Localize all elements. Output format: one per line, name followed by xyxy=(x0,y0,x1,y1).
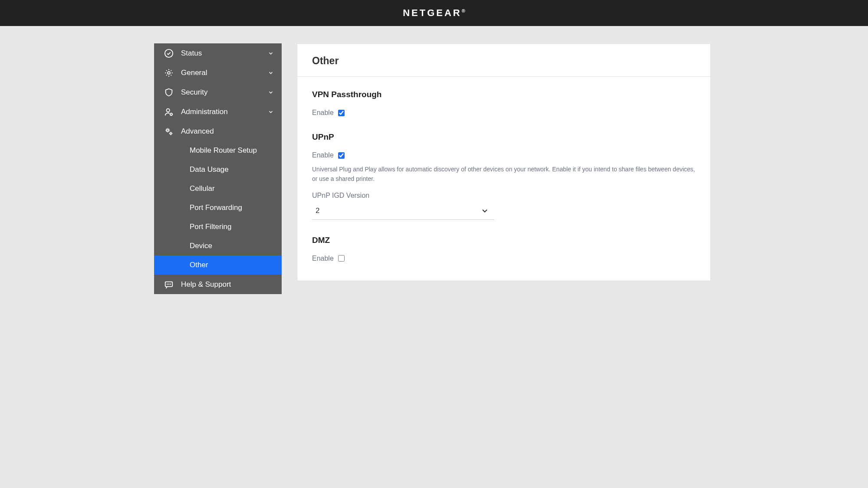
page-header: Other xyxy=(297,44,710,77)
sidebar-item-label: Help & Support xyxy=(181,280,274,289)
sidebar-item-security[interactable]: Security xyxy=(154,82,282,102)
field-label: Enable xyxy=(312,109,334,117)
chevron-down-icon xyxy=(268,89,274,95)
svg-point-9 xyxy=(170,284,171,284)
sidebar-sub-other[interactable]: Other xyxy=(154,255,282,275)
chevron-down-icon xyxy=(268,109,274,115)
sidebar-item-status[interactable]: Status xyxy=(154,43,282,63)
chat-icon xyxy=(164,280,174,289)
upnp-enable-row: Enable xyxy=(312,151,696,159)
chevron-down-icon xyxy=(480,206,489,215)
chevron-down-icon xyxy=(268,70,274,76)
main-panel: Other VPN Passthrough Enable UPnP Enable… xyxy=(297,43,711,281)
upnp-version-label: UPnP IGD Version xyxy=(312,192,696,200)
svg-point-7 xyxy=(167,284,168,284)
field-label: Enable xyxy=(312,151,334,159)
sidebar-sub-cellular[interactable]: Cellular xyxy=(154,179,282,198)
sidebar-sub-label: Port Forwarding xyxy=(190,203,242,212)
sidebar-item-administration[interactable]: Administration xyxy=(154,102,282,121)
sidebar-sub-label: Device xyxy=(190,242,212,250)
svg-point-4 xyxy=(167,129,169,131)
sidebar-item-help-support[interactable]: Help & Support xyxy=(154,275,282,294)
upnp-description: Universal Plug and Play allows for autom… xyxy=(312,164,696,184)
gears-icon xyxy=(164,127,174,136)
brand-logo: NETGEAR® xyxy=(403,7,465,19)
section-heading: VPN Passthrough xyxy=(312,90,696,99)
header-bar: NETGEAR® xyxy=(0,0,868,26)
sidebar-sub-label: Port Filtering xyxy=(190,223,231,231)
dmz-enable-row: Enable xyxy=(312,255,696,262)
svg-point-5 xyxy=(170,132,172,134)
vpn-enable-row: Enable xyxy=(312,109,696,117)
dmz-enable-checkbox[interactable] xyxy=(338,255,345,262)
sidebar-item-label: Advanced xyxy=(181,127,274,136)
sidebar-item-general[interactable]: General xyxy=(154,63,282,82)
svg-point-0 xyxy=(165,49,173,57)
sidebar-sub-label: Other xyxy=(190,261,208,269)
sidebar-item-advanced[interactable]: Advanced xyxy=(154,121,282,141)
sidebar-sub-port-forwarding[interactable]: Port Forwarding xyxy=(154,198,282,217)
field-label: Enable xyxy=(312,255,334,262)
svg-point-8 xyxy=(169,284,169,284)
shield-icon xyxy=(164,88,174,97)
section-vpn-passthrough: VPN Passthrough Enable xyxy=(312,90,696,117)
page-title: Other xyxy=(312,55,696,67)
vpn-enable-checkbox[interactable] xyxy=(338,110,345,116)
check-circle-icon xyxy=(164,49,174,58)
sidebar-sub-data-usage[interactable]: Data Usage xyxy=(154,160,282,179)
sidebar-sub-device[interactable]: Device xyxy=(154,236,282,255)
brand-rmark: ® xyxy=(462,8,465,13)
chevron-down-icon xyxy=(268,50,274,56)
svg-point-1 xyxy=(168,72,170,74)
sidebar-item-label: General xyxy=(181,69,268,77)
section-heading: DMZ xyxy=(312,236,696,245)
sidebar-item-label: Administration xyxy=(181,108,268,116)
section-heading: UPnP xyxy=(312,132,696,142)
section-upnp: UPnP Enable Universal Plug and Play allo… xyxy=(312,132,696,220)
sidebar-sub-label: Data Usage xyxy=(190,165,229,174)
section-dmz: DMZ Enable xyxy=(312,236,696,262)
sidebar-sub-label: Cellular xyxy=(190,184,215,193)
select-value: 2 xyxy=(316,206,480,215)
sidebar-sub-mobile-router-setup[interactable]: Mobile Router Setup xyxy=(154,141,282,160)
sidebar-item-label: Status xyxy=(181,49,268,58)
sidebar-item-label: Security xyxy=(181,88,268,97)
sidebar-sub-port-filtering[interactable]: Port Filtering xyxy=(154,217,282,236)
svg-point-2 xyxy=(167,108,170,111)
sidebar: Status General Security xyxy=(154,43,282,294)
upnp-enable-checkbox[interactable] xyxy=(338,152,345,159)
upnp-version-select[interactable]: 2 xyxy=(312,203,494,220)
gear-icon xyxy=(164,68,174,78)
brand-text: NETGEAR xyxy=(403,7,462,18)
sidebar-sub-label: Mobile Router Setup xyxy=(190,146,257,155)
user-gear-icon xyxy=(164,107,174,117)
